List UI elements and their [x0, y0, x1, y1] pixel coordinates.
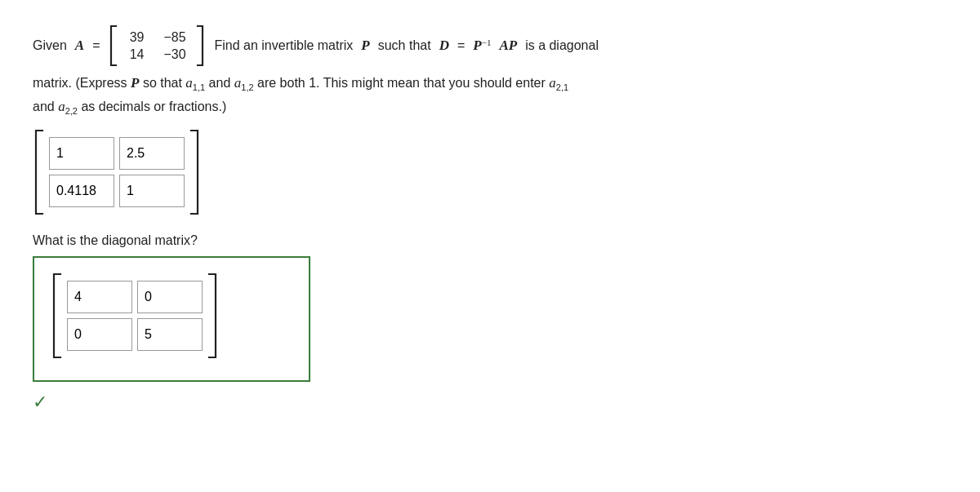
a-r1c1: 39 — [121, 30, 144, 45]
D-row2 — [67, 318, 203, 351]
P-row2 — [49, 175, 185, 207]
D-label: D — [439, 38, 449, 54]
instruction-find: Find an invertible matrix — [214, 38, 353, 53]
a22-sub: 2,2 — [65, 106, 78, 116]
left-bracket-D — [51, 271, 64, 361]
AP-label: AP — [499, 38, 517, 54]
P-label-1: P — [361, 38, 369, 54]
a12-label: a — [234, 75, 242, 91]
are-both-text: are both 1. This might mean that you sho… — [257, 76, 546, 90]
D-matrix-grid — [67, 281, 203, 351]
instruction-such-that: such that — [378, 38, 431, 53]
matrix-A-row2: 14 −30 — [121, 47, 193, 62]
a21-sub: 2,1 — [556, 82, 568, 92]
and-2: and — [33, 100, 55, 113]
as-decimals-text: as decimals or fractions.) — [81, 100, 226, 113]
P-r1c2-input[interactable] — [119, 137, 185, 170]
a-r2c2: −30 — [163, 47, 193, 62]
P-matrix-container — [33, 127, 201, 217]
D-row1 — [67, 281, 203, 313]
D-matrix-container — [51, 271, 219, 361]
right-bracket-D — [206, 271, 219, 361]
a12-sub: 1,2 — [241, 82, 253, 92]
matrix-period: matrix. (Express — [33, 76, 127, 90]
P-inv-expr: P−1 — [473, 38, 491, 54]
a-r2c1: 14 — [121, 47, 144, 62]
diagonal-question: What is the diagonal matrix? — [33, 233, 947, 248]
so-that-text: so that — [143, 76, 182, 90]
P-r2c1-input[interactable] — [49, 175, 114, 207]
left-bracket-P — [33, 127, 46, 217]
a-r1c2: −85 — [163, 30, 193, 45]
right-bracket-P — [188, 127, 201, 217]
a11-sub: 1,1 — [193, 82, 205, 92]
neg1-exp: −1 — [482, 38, 492, 47]
P-base: P — [473, 38, 481, 54]
P-matrix-grid — [49, 137, 185, 207]
A-label: A — [75, 38, 84, 54]
problem-line1: Given A = 39 −85 14 −30 Find an inv — [33, 24, 947, 67]
given-label: Given — [33, 38, 67, 53]
matrix-A: 39 −85 14 −30 — [108, 24, 206, 67]
a21-label: a — [549, 75, 556, 91]
a11-label: a — [185, 75, 193, 91]
problem-line2: matrix. (Express P so that a1,1 and a1,2… — [33, 72, 947, 119]
answer-box — [33, 256, 310, 382]
a22-label: a — [58, 99, 65, 114]
D-r1c2-input[interactable] — [137, 281, 203, 313]
left-bracket-A — [108, 24, 119, 67]
D-r2c2-input[interactable] — [137, 318, 203, 351]
P-r1c1-input[interactable] — [49, 137, 114, 170]
check-icon: ✓ — [33, 392, 47, 413]
P-label-2: P — [131, 75, 139, 91]
matrix-A-row1: 39 −85 — [121, 30, 193, 45]
D-r2c1-input[interactable] — [67, 318, 132, 351]
equals-sign: = — [92, 38, 100, 53]
P-row1 — [49, 137, 185, 170]
right-bracket-A — [194, 24, 206, 67]
equals-2: = — [457, 38, 465, 53]
P-r2c2-input[interactable] — [119, 175, 185, 207]
problem-container: Given A = 39 −85 14 −30 Find an inv — [33, 24, 947, 413]
matrix-A-values: 39 −85 14 −30 — [121, 30, 193, 62]
and-1: and — [209, 76, 231, 90]
D-r1c1-input[interactable] — [67, 281, 132, 313]
instruction-is-diagonal: is a diagonal — [525, 38, 599, 53]
